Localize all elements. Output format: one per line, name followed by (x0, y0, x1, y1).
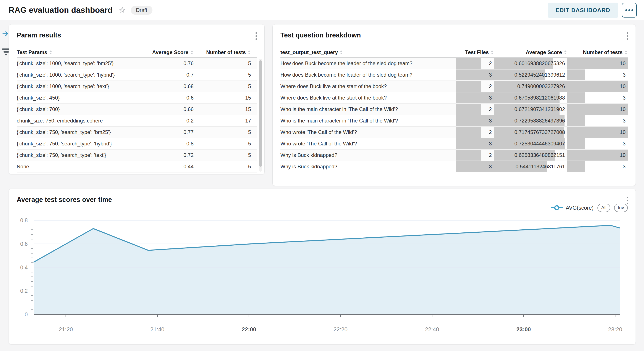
number-of-tests-cell: 10 (567, 150, 628, 161)
column-header[interactable]: Average Score (494, 49, 567, 55)
average-score-cell: 0.6258336480862151 (494, 150, 567, 161)
data-bar (456, 58, 482, 69)
number-of-tests-cell: 5 (194, 60, 251, 66)
table-row: Where does Buck live at the start of the… (280, 81, 628, 92)
sort-icon (624, 50, 628, 55)
data-bar (456, 81, 482, 92)
test-params-cell: {'chunk_size': 450} (17, 95, 140, 101)
data-bar (456, 138, 494, 149)
table-row: {'chunk_size': 750, 'search_type': 'bm25… (17, 127, 256, 138)
data-bar (456, 92, 494, 103)
data-bar (567, 104, 628, 115)
data-bar (567, 69, 585, 80)
table-body: How does Buck become the leader of the s… (280, 57, 628, 172)
test-files-cell: 3 (456, 69, 494, 80)
query-cell: How does Buck become the leader of the s… (280, 60, 456, 66)
column-header[interactable]: Number of tests (567, 49, 628, 55)
number-of-tests-cell: 3 (567, 161, 628, 172)
number-of-tests-cell: 10 (567, 81, 628, 92)
table-row: chunk_size: 750, embeddings:cohere0.217 (17, 115, 256, 127)
average-score-cell: 0.76 (140, 60, 194, 66)
panel-menu-kebab-icon[interactable] (626, 31, 630, 41)
test-params-cell: {'chunk_size': 750, 'search_type': 'text… (17, 152, 140, 158)
param-results-panel: Param results Test ParamsAverage ScoreNu… (9, 24, 264, 174)
column-header[interactable]: Test Files (456, 49, 494, 55)
scrollbar-thumb[interactable] (259, 60, 262, 167)
number-of-tests-cell: 17 (194, 118, 251, 124)
panel-title: Param results (17, 31, 61, 39)
y-tick-label: 0.8 (20, 217, 28, 223)
average-score-cell: 0.5229452401399612 (494, 69, 567, 80)
number-of-tests-cell: 5 (194, 152, 251, 158)
query-cell: Who wrote 'The Call of the Wild'? (280, 129, 456, 135)
average-score-cell: 0.6705898212061988 (494, 92, 567, 103)
test-files-cell: 2 (456, 58, 494, 69)
number-of-tests-cell: 5 (194, 83, 251, 89)
number-of-tests-cell: 15 (194, 95, 251, 101)
average-score-cell: 0.5441113246811761 (494, 161, 567, 172)
column-header[interactable]: test_output_test_query (280, 49, 456, 55)
test-files-cell: 3 (456, 115, 494, 126)
x-tick-label: 21:40 (150, 326, 164, 333)
average-score-cell: 0.44 (140, 164, 194, 170)
number-of-tests-cell: 5 (194, 72, 251, 78)
data-bar (567, 150, 628, 161)
number-of-tests-cell: 3 (567, 138, 628, 149)
test-files-cell: 2 (456, 150, 494, 161)
table-row: {'chunk_size': 750, 'search_type': 'hybr… (17, 138, 256, 150)
column-header[interactable]: Test Params (17, 49, 140, 55)
table-row: Who wrote 'The Call of the Wild'?30.7253… (280, 138, 628, 150)
number-of-tests-cell: 10 (567, 104, 628, 115)
sort-icon (248, 50, 251, 55)
favorite-star-icon[interactable] (119, 6, 126, 14)
table-row: {'chunk_size': 700}0.6615 (17, 104, 256, 115)
average-score-cell: 0.6721907341231902 (494, 104, 567, 115)
top-header: RAG evaluation dashboard Draft EDIT DASH… (0, 0, 644, 20)
table-row: {'chunk_size': 750, 'search_type': 'text… (17, 150, 256, 161)
edit-dashboard-button[interactable]: EDIT DASHBOARD (548, 2, 618, 18)
number-of-tests-cell: 10 (567, 58, 628, 69)
query-cell: Why is Buck kidnapped? (280, 164, 456, 170)
test-params-cell: None (17, 164, 140, 170)
test-params-cell: {'chunk_size': 1000, 'search_type': 'hyb… (17, 72, 140, 78)
data-bar (456, 115, 494, 126)
query-cell: Why is Buck kidnapped? (280, 152, 456, 158)
table-row: None0.445 (17, 161, 256, 172)
data-bar (456, 150, 482, 161)
header-actions: EDIT DASHBOARD (548, 0, 637, 20)
number-of-tests-cell: 15 (194, 106, 251, 112)
table-header-row: test_output_test_queryTest FilesAverage … (280, 47, 628, 57)
table-row: How does Buck become the leader of the s… (280, 69, 628, 81)
table-row: {'chunk_size': 450}0.615 (17, 92, 256, 104)
x-tick-label: 23:00 (516, 326, 531, 333)
average-score-cell: 0.7253044446309407 (494, 138, 567, 149)
test-files-cell: 3 (456, 161, 494, 172)
query-cell: Who is the main character in 'The Call o… (280, 118, 456, 124)
average-score-cell: 0.7229588826497396 (494, 115, 567, 126)
data-bar (456, 127, 482, 138)
table-scrollbar[interactable] (259, 59, 262, 172)
test-params-cell: {'chunk_size': 1000, 'search_type': 'bm2… (17, 60, 140, 66)
number-of-tests-cell: 3 (567, 115, 628, 126)
scores-area-chart: 00.20.40.60.821:2021:4022:0022:2022:4023… (9, 189, 636, 344)
sort-icon (340, 50, 343, 55)
column-header[interactable]: Average Score (140, 49, 194, 55)
data-bar (567, 127, 628, 138)
x-tick-label: 21:20 (59, 326, 73, 333)
panel-menu-kebab-icon[interactable] (254, 31, 258, 41)
more-options-button[interactable] (622, 3, 637, 17)
scores-over-time-panel: Average test scores over time AVG(score)… (9, 189, 636, 345)
average-score-cell: 0.7 (140, 72, 194, 78)
y-tick-label: 0.2 (20, 288, 28, 294)
test-params-cell: {'chunk_size': 750, 'search_type': 'bm25… (17, 129, 140, 135)
y-tick-label: 0.6 (20, 241, 28, 247)
test-files-cell: 2 (456, 104, 494, 115)
data-bar (567, 138, 585, 149)
average-score-cell: 0.72 (140, 152, 194, 158)
query-cell: Who wrote 'The Call of the Wild'? (280, 141, 456, 147)
query-cell: How does Buck become the leader of the s… (280, 72, 456, 78)
table-row: Who is the main character in 'The Call o… (280, 115, 628, 127)
table-row: How does Buck become the leader of the s… (280, 58, 628, 69)
column-header[interactable]: Number of tests (194, 49, 251, 55)
average-score-cell: 0.66 (140, 106, 194, 112)
